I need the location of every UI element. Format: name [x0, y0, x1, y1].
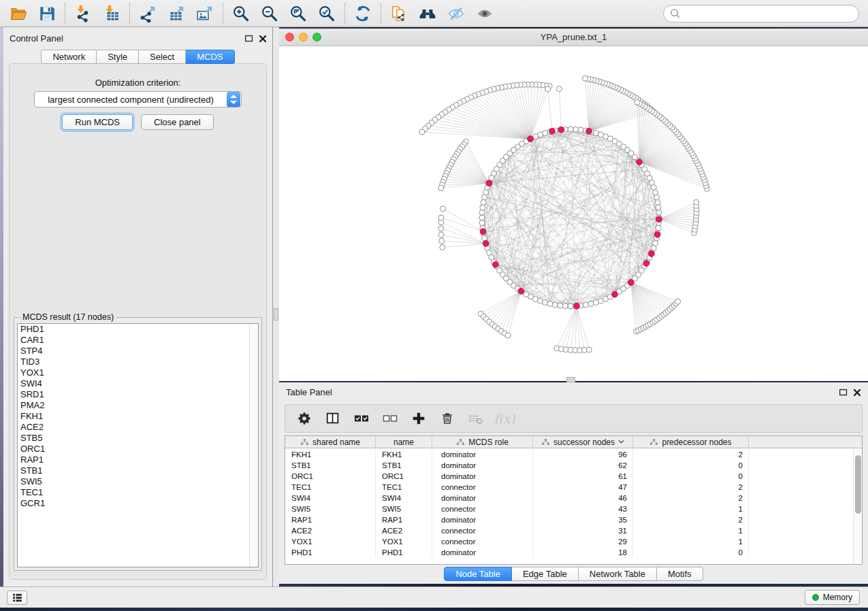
toggle-columns-button[interactable]	[323, 409, 342, 428]
mcds-result-item[interactable]: TID3	[18, 357, 258, 367]
search-box[interactable]	[663, 5, 859, 22]
delete-column-button[interactable]	[438, 409, 457, 428]
mcds-result-item[interactable]: STP4	[18, 346, 258, 357]
memory-button[interactable]: Memory	[805, 590, 860, 605]
minimize-window-button[interactable]	[299, 33, 308, 42]
tab-motifs[interactable]: Motifs	[657, 567, 703, 581]
mcds-list-scrollbar[interactable]	[249, 324, 258, 567]
mcds-result-item[interactable]: STB5	[18, 433, 258, 444]
mcds-result-item[interactable]: YOX1	[18, 367, 258, 378]
column-header-name[interactable]: name	[376, 436, 432, 448]
cell-pred[interactable]: 0	[633, 460, 749, 471]
table-row[interactable]: ACE2ACE2connector311	[285, 525, 853, 536]
dominator-node[interactable]	[586, 129, 592, 135]
cell-role[interactable]: connector	[432, 503, 533, 514]
float-panel-icon[interactable]	[244, 33, 255, 44]
tab-network-table[interactable]: Network Table	[579, 567, 657, 581]
cell-name[interactable]: FKH1	[376, 449, 432, 460]
cell-shared[interactable]: ORC1	[285, 471, 376, 482]
cell-role[interactable]: dominator	[432, 449, 533, 460]
delete-table-button[interactable]	[466, 409, 485, 428]
refresh-view-button[interactable]	[349, 2, 377, 25]
cell-shared[interactable]: TEC1	[285, 482, 376, 493]
cell-pred[interactable]: 2	[633, 493, 749, 503]
mcds-result-item[interactable]: PMA2	[18, 400, 258, 411]
vertical-splitter[interactable]	[272, 27, 279, 587]
show-all-button[interactable]	[470, 2, 499, 25]
cell-pred[interactable]: 1	[633, 525, 749, 536]
cell-role[interactable]: dominator	[432, 471, 533, 482]
mcds-result-item[interactable]: ACE2	[18, 422, 258, 433]
save-session-button[interactable]	[33, 2, 61, 25]
close-window-button[interactable]	[285, 33, 294, 42]
dominator-node[interactable]	[574, 303, 580, 309]
dominator-node[interactable]	[518, 288, 524, 295]
cell-succ[interactable]: 31	[533, 525, 633, 536]
column-header-shared-name[interactable]: shared name	[285, 436, 376, 448]
cell-role[interactable]: dominator	[432, 514, 533, 525]
dominator-node[interactable]	[486, 180, 492, 186]
hide-selected-button[interactable]	[442, 2, 470, 25]
table-row[interactable]: FKH1FKH1dominator962	[285, 449, 853, 460]
cell-succ[interactable]: 47	[533, 482, 633, 493]
mcds-result-item[interactable]: PHD1	[18, 324, 258, 335]
cell-name[interactable]: ACE2	[376, 525, 432, 536]
cell-shared[interactable]: SWI5	[285, 503, 376, 514]
network-window-titlebar[interactable]: YPA_prune.txt_1	[279, 29, 868, 46]
cell-name[interactable]: PHD1	[376, 547, 432, 558]
cell-role[interactable]: connector	[432, 536, 533, 547]
network-graph[interactable]	[279, 46, 868, 381]
cell-pred[interactable]: 1	[633, 503, 749, 514]
dominator-node[interactable]	[493, 262, 499, 268]
float-table-panel-icon[interactable]	[838, 387, 849, 398]
cell-role[interactable]: connector	[432, 525, 533, 536]
cell-pred[interactable]: 2	[633, 482, 749, 493]
dominator-node[interactable]	[649, 251, 655, 257]
cell-shared[interactable]: SWI4	[285, 493, 376, 503]
mcds-result-item[interactable]: TEC1	[18, 487, 258, 498]
task-history-button[interactable]	[7, 591, 27, 605]
table-row[interactable]: PHD1PHD1dominator180	[285, 547, 853, 558]
table-row[interactable]: SWI4SWI4dominator462	[285, 493, 853, 503]
dominator-node[interactable]	[528, 136, 534, 142]
cell-succ[interactable]: 35	[533, 514, 633, 525]
zoom-selected-button[interactable]	[312, 2, 341, 25]
search-input[interactable]	[685, 7, 858, 20]
tab-node-table[interactable]: Node Table	[444, 567, 512, 581]
dominator-node[interactable]	[637, 159, 643, 165]
tab-mcds[interactable]: MCDS	[186, 50, 234, 64]
cell-pred[interactable]: 0	[633, 471, 749, 482]
export-network-button[interactable]	[133, 2, 162, 25]
dominator-node[interactable]	[483, 241, 489, 247]
cell-shared[interactable]: ACE2	[285, 525, 376, 536]
table-settings-button[interactable]	[295, 409, 314, 428]
dominator-node[interactable]	[612, 291, 618, 297]
mcds-result-item[interactable]: FKH1	[18, 411, 258, 422]
mcds-result-item[interactable]: RAP1	[18, 455, 258, 465]
cell-name[interactable]: YOX1	[376, 536, 432, 547]
dominator-node[interactable]	[643, 261, 649, 267]
open-session-button[interactable]	[4, 2, 33, 25]
table-row[interactable]: RAP1RAP1dominator352	[285, 514, 853, 525]
zoom-out-button[interactable]	[255, 2, 284, 25]
maximize-window-button[interactable]	[312, 33, 321, 42]
import-network-button[interactable]	[69, 2, 97, 25]
optimization-criterion-dropdown[interactable]: largest connected component (undirected)	[34, 91, 242, 108]
cell-succ[interactable]: 18	[533, 547, 633, 558]
column-header-successor-nodes[interactable]: successor nodes	[533, 436, 633, 448]
cell-shared[interactable]: RAP1	[285, 514, 376, 525]
table-row[interactable]: STB1STB1dominator620	[285, 460, 853, 471]
column-header-MCDS-role[interactable]: MCDS role	[432, 436, 533, 448]
export-image-button[interactable]	[191, 2, 219, 25]
cell-succ[interactable]: 62	[533, 460, 633, 471]
table-scrollbar[interactable]	[853, 449, 862, 564]
mcds-result-item[interactable]: STB1	[18, 465, 258, 476]
network-canvas[interactable]	[279, 46, 868, 381]
close-panel-icon[interactable]	[257, 33, 268, 44]
import-table-button[interactable]	[97, 2, 126, 25]
cell-shared[interactable]: STB1	[285, 460, 376, 471]
dominator-node[interactable]	[549, 129, 556, 135]
mcds-result-list[interactable]: PHD1CAR1STP4TID3YOX1SWI4SRD1PMA2FKH1ACE2…	[17, 323, 259, 567]
mcds-result-item[interactable]: ORC1	[18, 444, 258, 455]
cell-pred[interactable]: 2	[633, 514, 749, 525]
